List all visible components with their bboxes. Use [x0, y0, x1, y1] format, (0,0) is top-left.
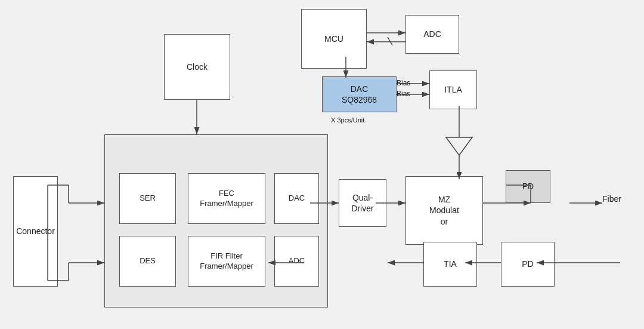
adc-top-label: ADC	[423, 29, 441, 39]
tia-label: TIA	[444, 259, 457, 269]
tia-block: TIA	[423, 242, 477, 287]
x3pcs-label: X 3pcs/Unit	[331, 116, 364, 124]
clock-label: Clock	[187, 62, 208, 72]
pd-top-label: PD	[522, 181, 534, 192]
bias-bottom-label: Bias	[397, 90, 410, 98]
fiber-label: Fiber	[602, 194, 621, 204]
dac-inner-block: DAC	[274, 173, 319, 224]
qual-driver-block: Qual- Driver	[339, 179, 386, 227]
dac-sq-block: DAC SQ82968	[322, 76, 397, 112]
connector-block: Connector	[13, 176, 58, 287]
dac-sq-label: DAC SQ82968	[342, 84, 377, 105]
dac-inner-label: DAC	[289, 193, 305, 204]
adc-inner-label: ADC	[289, 256, 305, 266]
adc-inner-block: ADC	[274, 236, 319, 287]
adc-top-block: ADC	[405, 15, 459, 54]
pd-top-block: PD	[506, 170, 550, 203]
ser-block: SER	[119, 173, 176, 224]
bias-top-label: Bias	[397, 79, 410, 87]
pd-bottom-label: PD	[522, 259, 533, 269]
mcu-block: MCU	[301, 9, 367, 69]
mz-modulator-block: MZ Modulat or	[405, 176, 483, 245]
mcu-label: MCU	[324, 33, 343, 44]
connector-label: Connector	[16, 226, 55, 236]
des-label: DES	[140, 256, 156, 266]
itla-label: ITLA	[444, 84, 462, 95]
pd-bottom-block: PD	[501, 242, 555, 287]
ser-label: SER	[140, 193, 156, 204]
fir-label: FIR Filter Framer/Mapper	[200, 251, 253, 272]
mz-modulator-label: MZ Modulat or	[429, 194, 459, 227]
fir-block: FIR Filter Framer/Mapper	[188, 236, 265, 287]
fec-block: FEC Framer/Mapper	[188, 173, 265, 224]
des-block: DES	[119, 236, 176, 287]
itla-block: ITLA	[429, 70, 477, 109]
diagram: Clock MCU ADC DAC SQ82968 ITLA Bias Bias…	[0, 0, 644, 329]
clock-block: Clock	[164, 34, 230, 100]
fec-label: FEC Framer/Mapper	[200, 189, 253, 209]
qual-driver-label: Qual- Driver	[351, 192, 373, 214]
svg-marker-11	[446, 137, 472, 155]
svg-line-6	[388, 37, 392, 45]
